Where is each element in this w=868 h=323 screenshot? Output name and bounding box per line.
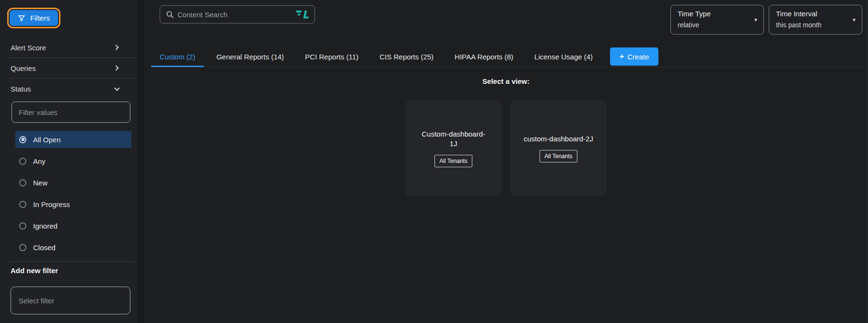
create-button[interactable]: + Create: [610, 47, 658, 66]
main-content: Time Type relative ▼ Time Interval this …: [144, 0, 868, 323]
search-icon: [166, 11, 174, 19]
status-option-label: All Open: [33, 136, 61, 144]
status-option-label: In Progress: [33, 200, 70, 208]
status-option-label: Ignored: [33, 222, 58, 230]
brand-logo-icon: [295, 10, 310, 20]
create-button-label: Create: [627, 53, 649, 61]
tab-custom[interactable]: Custom (2): [160, 46, 195, 67]
dashboard-card-title: Custom-dashboard-1J: [418, 129, 489, 149]
radio-icon: [19, 158, 26, 165]
sidebar-divider: [10, 261, 134, 262]
sidebar-scrollbar-gutter[interactable]: [137, 0, 144, 323]
add-new-filter-heading: Add new filter: [11, 266, 58, 275]
status-option-new[interactable]: New: [15, 174, 131, 191]
status-option-any[interactable]: Any: [15, 152, 131, 170]
status-option-label: Closed: [33, 243, 56, 252]
dropdown-arrow-icon: ▼: [852, 17, 856, 23]
status-option-in-progress[interactable]: In Progress: [15, 196, 131, 213]
dashboard-card-title: custom-dashboard-2J: [524, 134, 593, 144]
sidebar-section-queries[interactable]: Queries: [10, 58, 137, 79]
status-option-all-open[interactable]: All Open: [15, 131, 131, 148]
chevron-right-icon: [113, 45, 118, 50]
sidebar-section-alert-score[interactable]: Alert Score: [10, 37, 137, 58]
report-tabs: Custom (2) General Reports (14) PCI Repo…: [160, 46, 865, 67]
filters-button-label: Filters: [30, 14, 50, 22]
filters-button[interactable]: Filters: [10, 10, 58, 26]
radio-icon: [19, 244, 26, 251]
content-search-input[interactable]: [177, 11, 292, 19]
status-option-label: Any: [33, 157, 46, 165]
status-options-list: All Open Any New In Progress Ignored Clo…: [15, 131, 131, 260]
dropdown-arrow-icon: ▼: [753, 17, 758, 23]
tab-pci-reports[interactable]: PCI Reports (11): [305, 46, 358, 67]
time-type-dropdown[interactable]: Time Type relative ▼: [670, 5, 764, 35]
radio-icon: [19, 201, 26, 208]
time-interval-value: this past month: [776, 21, 847, 29]
sidebar-section-status[interactable]: Status: [0, 79, 137, 99]
radio-icon: [19, 222, 26, 230]
radio-icon: [19, 136, 26, 143]
tab-hipaa-reports[interactable]: HIPAA Reports (8): [455, 46, 513, 67]
section-label: Queries: [11, 64, 36, 72]
tab-cis-reports[interactable]: CIS Reports (25): [380, 46, 434, 67]
section-label: Status: [11, 85, 31, 93]
app-window: Filters Alert Score Queries Status All O…: [0, 0, 868, 323]
time-controls: Time Type relative ▼ Time Interval this …: [670, 5, 862, 35]
content-search-box: [160, 5, 315, 23]
status-option-closed[interactable]: Closed: [15, 239, 131, 256]
time-interval-label: Time Interval: [776, 10, 847, 18]
tenant-badge: All Tenants: [434, 155, 472, 167]
tab-license-usage[interactable]: License Usage (4): [534, 46, 593, 67]
plus-icon: +: [620, 52, 624, 61]
chevron-down-icon: [114, 85, 119, 91]
filter-sections: Alert Score Queries Status: [0, 37, 137, 99]
chevron-right-icon: [113, 65, 118, 70]
tab-general-reports[interactable]: General Reports (14): [216, 46, 284, 67]
tenant-badge: All Tenants: [540, 150, 577, 162]
status-option-ignored[interactable]: Ignored: [15, 217, 131, 234]
dashboard-card-1[interactable]: Custom-dashboard-1J All Tenants: [405, 100, 502, 196]
time-type-label: Time Type: [678, 10, 749, 18]
filter-values-input[interactable]: [12, 102, 130, 123]
dashboard-cards: Custom-dashboard-1J All Tenants custom-d…: [144, 100, 868, 196]
time-interval-dropdown[interactable]: Time Interval this past month ▼: [769, 5, 862, 35]
section-label: Alert Score: [11, 44, 46, 52]
select-view-heading: Select a view:: [144, 77, 868, 85]
radio-icon: [19, 179, 26, 186]
filters-sidebar: Filters Alert Score Queries Status All O…: [0, 0, 137, 323]
dashboard-card-2[interactable]: custom-dashboard-2J All Tenants: [510, 100, 607, 196]
time-type-value: relative: [678, 21, 749, 29]
funnel-icon: [18, 14, 25, 22]
select-filter-input[interactable]: [11, 287, 130, 314]
status-option-label: New: [33, 179, 47, 187]
